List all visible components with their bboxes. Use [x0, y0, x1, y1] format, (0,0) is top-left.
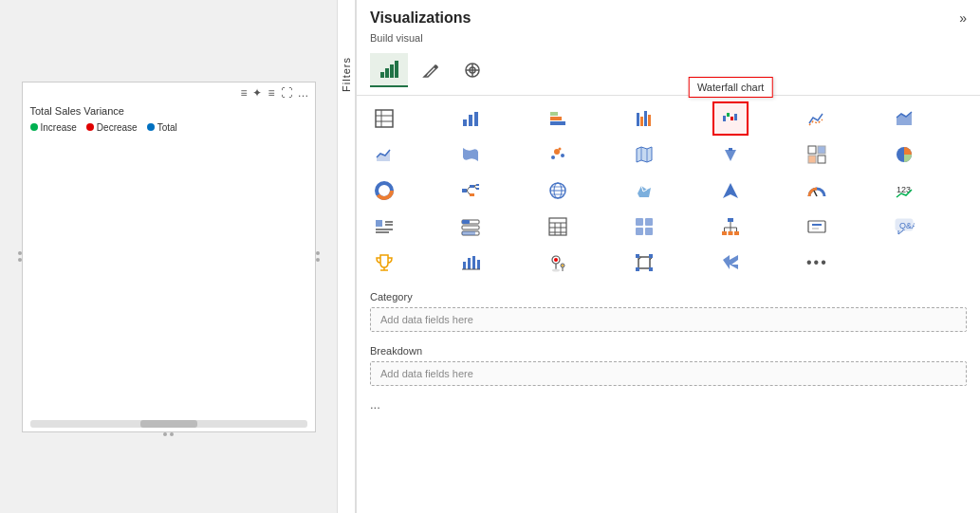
bar-chart-svg: [460, 108, 481, 129]
svg-rect-105: [636, 254, 639, 258]
viz-bar-chart-icon[interactable]: [453, 101, 489, 136]
kpi-svg: 123: [894, 180, 915, 201]
svg-rect-48: [476, 188, 479, 190]
table-svg: [374, 108, 395, 129]
viz-line-chart-icon[interactable]: [799, 101, 835, 136]
svg-point-102: [552, 269, 560, 272]
svg-line-45: [467, 187, 470, 191]
category-field-box[interactable]: Add data fields here: [370, 307, 967, 332]
viz-icon-grid: Waterfall chart: [357, 96, 980, 285]
slicer-svg: [460, 216, 481, 237]
svg-rect-82: [734, 231, 739, 235]
svg-rect-81: [729, 231, 733, 235]
filter-icon[interactable]: ≡: [268, 86, 274, 100]
viz-analytics-icon[interactable]: [453, 53, 491, 87]
viz-chevron-icon[interactable]: [712, 246, 749, 280]
resize-handle-left[interactable]: [17, 243, 23, 271]
viz-nav-right[interactable]: »: [959, 10, 967, 26]
svg-text:Q&A: Q&A: [899, 221, 915, 230]
viz-more-icon[interactable]: •••: [799, 246, 835, 280]
legend-label-increase: Increase: [41, 122, 77, 133]
expand-icon[interactable]: ⛶: [281, 86, 292, 100]
svg-rect-14: [469, 115, 472, 126]
legend-label-decrease: Decrease: [97, 122, 138, 133]
viz-table2-icon[interactable]: [540, 210, 576, 244]
svg-rect-108: [636, 267, 639, 271]
pin-icon[interactable]: ✦: [252, 86, 262, 100]
more-options-icon[interactable]: ≡: [240, 86, 247, 100]
filters-bar[interactable]: Filters: [337, 0, 356, 513]
viz-multi-row-card-icon[interactable]: [626, 210, 662, 244]
viz-build-icon[interactable]: [370, 53, 408, 87]
viz-globe-icon[interactable]: [540, 174, 576, 208]
svg-rect-13: [463, 119, 467, 126]
svg-rect-16: [550, 121, 565, 125]
viz-stacked-bar-icon[interactable]: [540, 101, 576, 136]
viz-gauge-icon[interactable]: [799, 174, 835, 208]
viz-smart-narrative-icon[interactable]: [366, 210, 402, 244]
chart-visual[interactable]: ≡ ✦ ≡ ⛶ … Total Sales Variance Increase …: [22, 82, 316, 432]
viz-shape-icon[interactable]: [626, 246, 662, 280]
breakdown-label: Breakdown: [357, 339, 980, 359]
svg-marker-33: [725, 150, 736, 161]
viz-funnel-icon[interactable]: [712, 137, 749, 172]
viz-trophy-icon[interactable]: [366, 246, 402, 280]
viz-slicer-icon[interactable]: [453, 210, 489, 244]
viz-format-icon[interactable]: [412, 53, 450, 87]
chart-toolbar: ≡ ✦ ≡ ⛶ …: [23, 82, 315, 103]
svg-point-101: [554, 258, 558, 262]
svg-rect-43: [470, 185, 474, 188]
svg-rect-25: [730, 117, 733, 120]
line-area-svg: [374, 144, 395, 165]
viz-q-a-icon[interactable]: Q&A: [886, 210, 922, 244]
scrollbar-thumb[interactable]: [140, 420, 197, 428]
chevron-svg: [720, 252, 741, 273]
svg-rect-77: [636, 228, 643, 235]
svg-point-31: [561, 154, 564, 157]
viz-waterfall-icon[interactable]: Waterfall chart: [712, 101, 749, 136]
chart-title: Total Sales Variance: [23, 103, 315, 120]
viz-nav-icon[interactable]: [712, 174, 749, 208]
svg-marker-109: [723, 255, 738, 269]
svg-point-32: [558, 148, 561, 151]
svg-rect-66: [462, 226, 479, 229]
svg-rect-34: [729, 148, 732, 151]
qa-svg: Q&A: [894, 216, 915, 237]
map-filled-svg: [634, 144, 655, 165]
viz-map-filled-icon[interactable]: [626, 137, 662, 172]
viz-pin-map-icon[interactable]: [540, 246, 576, 280]
viz-hierarchy-icon[interactable]: [712, 210, 749, 244]
nav-svg: [720, 180, 741, 201]
viz-ribbon-chart-icon[interactable]: [453, 137, 489, 172]
svg-rect-95: [463, 262, 466, 269]
viz-area-chart-icon[interactable]: [886, 101, 922, 136]
chart-scrollbar[interactable]: [30, 420, 307, 428]
svg-rect-22: [648, 115, 651, 126]
canvas-area: ≡ ✦ ≡ ⛶ … Total Sales Variance Increase …: [0, 0, 337, 513]
viz-line-area-icon[interactable]: [366, 137, 402, 172]
resize-handle-right[interactable]: [315, 243, 321, 271]
viz-scatter-icon[interactable]: [540, 137, 576, 172]
svg-rect-0: [380, 72, 384, 78]
viz-card-icon[interactable]: [799, 210, 835, 244]
viz-clustered-bar-icon[interactable]: [626, 101, 662, 136]
resize-handle-bottom[interactable]: [155, 431, 183, 437]
viz-matrix-icon[interactable]: [799, 137, 835, 172]
svg-rect-2: [390, 64, 394, 78]
viz-shape-map-icon[interactable]: [626, 174, 662, 208]
svg-marker-56: [723, 183, 738, 198]
svg-rect-107: [649, 267, 653, 271]
viz-pie-chart-icon[interactable]: [886, 137, 922, 172]
breakdown-field-box[interactable]: Add data fields here: [370, 361, 967, 386]
ellipsis-icon[interactable]: …: [298, 86, 309, 100]
viz-donut-icon[interactable]: [366, 174, 402, 208]
viz-kpi-icon[interactable]: 123: [886, 174, 922, 208]
svg-rect-24: [727, 113, 730, 117]
multi-row-card-svg: [634, 216, 655, 237]
viz-decomp-tree-icon[interactable]: [453, 174, 489, 208]
viz-small-bar-icon[interactable]: [453, 246, 489, 280]
visualizations-panel: Visualizations » Build visual: [356, 0, 980, 513]
viz-table-icon[interactable]: [366, 101, 402, 136]
svg-rect-23: [723, 116, 726, 121]
shape-map-svg: [634, 180, 655, 201]
